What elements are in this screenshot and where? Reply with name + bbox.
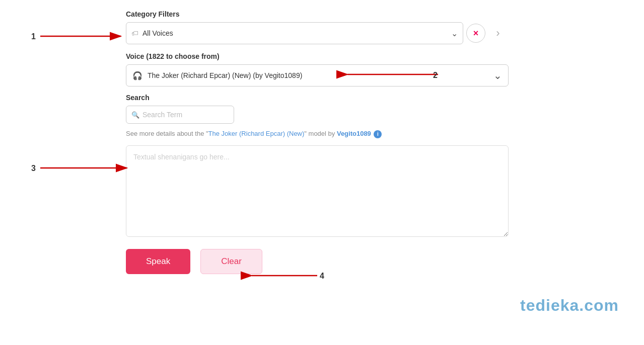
voice-chevron-down-icon: ⌄ [493, 69, 502, 81]
tts-text-input[interactable] [126, 145, 509, 237]
category-select[interactable]: 🏷 All Voices ⌄ [126, 22, 463, 44]
svg-text:1: 1 [31, 32, 36, 41]
category-select-value: All Voices [142, 29, 451, 37]
headphone-icon: 🎧 [132, 71, 142, 80]
category-filters-label: Category Filters [126, 10, 529, 18]
speak-button[interactable]: Speak [126, 249, 190, 274]
clear-button[interactable]: Clear [200, 249, 262, 274]
search-label: Search [126, 94, 529, 102]
watermark: tedieka.com [520, 296, 619, 315]
info-icon[interactable]: i [374, 130, 382, 138]
category-chevron-down-icon: ⌄ [451, 29, 458, 38]
category-clear-button[interactable]: × [466, 24, 485, 43]
svg-text:3: 3 [31, 164, 36, 172]
action-buttons: Speak Clear [126, 249, 529, 274]
voice-select-value: The Joker (Richard Epcar) (New) (by Vegi… [148, 71, 493, 79]
tag-icon: 🏷 [131, 29, 138, 37]
search-input[interactable] [142, 111, 229, 119]
voice-selector-label: Voice (1822 to choose from) [126, 52, 529, 60]
search-input-wrapper: 🔍 [126, 106, 234, 124]
model-info: See more details about the "The Joker (R… [126, 130, 529, 138]
author-link[interactable]: Vegito1089 [337, 130, 371, 137]
search-icon: 🔍 [131, 111, 139, 119]
category-next-button[interactable]: › [488, 24, 508, 43]
voice-select[interactable]: 🎧 The Joker (Richard Epcar) (New) (by Ve… [126, 64, 509, 87]
model-name-link[interactable]: The Joker (Richard Epcar) (New) [208, 130, 305, 137]
